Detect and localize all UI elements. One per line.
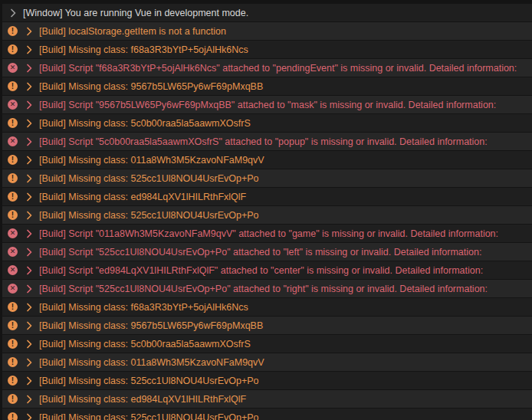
chevron-right-icon[interactable]	[26, 45, 32, 54]
warning-icon: !	[8, 412, 18, 420]
chevron-right-icon[interactable]	[26, 174, 32, 183]
console-log-row[interactable]: ✕ [Build] Script "011a8Wh3M5KzavoNFaM9qv…	[2, 225, 532, 242]
console-log-row[interactable]: ✕ [Build] Script "5c0b00raa5la5aawmXOsfr…	[2, 133, 532, 150]
console-log-row[interactable]: ! [Build] Missing class: 525cc1Ul8NOU4Us…	[2, 409, 532, 420]
error-icon: ✕	[8, 136, 18, 146]
console-log-row[interactable]: ✕ [Build] Script "9567b5LW65Py6wF69pMxqB…	[2, 96, 532, 113]
warning-icon: !	[8, 210, 18, 220]
warning-icon: !	[8, 118, 18, 128]
log-message: [Build] Missing class: 525cc1Ul8NOU4UsrE…	[39, 376, 259, 386]
warning-icon: !	[8, 155, 18, 165]
chevron-right-icon[interactable]	[26, 284, 32, 294]
chevron-right-icon[interactable]	[26, 340, 32, 349]
chevron-right-icon[interactable]	[26, 376, 32, 386]
warning-icon: !	[8, 173, 18, 183]
console-log-row[interactable]: ✕ [Build] Script "f68a3R3bYtP+5ojAlHk6Nc…	[2, 59, 532, 77]
log-message: [Build] Missing class: 5c0b00raa5la5aawm…	[39, 339, 251, 349]
error-icon: ✕	[8, 265, 18, 275]
warning-icon: !	[8, 81, 18, 91]
console-log-row[interactable]: ! [Build] Missing class: ed984LqXV1lHILR…	[2, 390, 532, 408]
console-log-panel[interactable]: [Window] You are running Vue in developm…	[0, 0, 532, 420]
log-message: [Build] Missing class: 011a8Wh3M5KzavoNF…	[39, 155, 264, 166]
chevron-right-icon[interactable]	[26, 156, 32, 165]
console-log-row[interactable]: ! [Build] Missing class: 525cc1Ul8NOU4Us…	[2, 169, 532, 187]
chevron-right-icon[interactable]	[26, 303, 32, 312]
log-message: [Build] Missing class: 9567b5LW65Py6wF69…	[39, 320, 263, 331]
log-message: [Build] Missing class: ed984LqXV1lHILRth…	[39, 394, 246, 405]
chevron-right-icon[interactable]	[26, 229, 32, 238]
chevron-right-icon[interactable]	[26, 100, 32, 110]
warning-icon: !	[8, 26, 18, 36]
chevron-right-icon[interactable]	[26, 395, 32, 404]
log-message: [Window] You are running Vue in developm…	[23, 8, 248, 18]
log-message: [Build] Script "5c0b00raa5la5aawmXOsfrS"…	[39, 136, 488, 147]
chevron-right-icon[interactable]	[26, 119, 32, 128]
log-message: [Build] Missing class: f68a3R3bYtP+5ojAl…	[39, 302, 248, 313]
chevron-right-icon[interactable]	[26, 413, 32, 420]
error-icon: ✕	[8, 247, 18, 257]
console-log-row[interactable]: ✕ [Build] Script "525cc1Ul8NOU4UsrEvOp+P…	[2, 280, 532, 297]
warning-icon: !	[8, 44, 18, 54]
chevron-right-icon[interactable]	[26, 27, 32, 36]
log-message: [Build] Missing class: 525cc1Ul8NOU4UsrE…	[39, 173, 259, 184]
console-log-row[interactable]: ! [Build] Missing class: f68a3R3bYtP+5oj…	[2, 298, 532, 316]
log-message: [Build] localStorage.getItem is not a fu…	[39, 26, 226, 37]
console-log-row[interactable]: ✕ [Build] Script "ed984LqXV1lHILRthFxlQl…	[2, 261, 532, 279]
console-log-row[interactable]: ! [Build] Missing class: 9567b5LW65Py6wF…	[2, 317, 532, 334]
error-icon: ✕	[8, 228, 18, 238]
chevron-right-icon[interactable]	[26, 358, 32, 367]
console-log-row[interactable]: ! [Build] Missing class: ed984LqXV1lHILR…	[2, 188, 532, 205]
chevron-right-icon[interactable]	[26, 192, 32, 202]
console-log-row[interactable]: ! [Build] Missing class: f68a3R3bYtP+5oj…	[2, 41, 532, 58]
warning-icon: !	[8, 339, 18, 349]
console-log-row[interactable]: ! [Build] Missing class: 525cc1Ul8NOU4Us…	[2, 206, 532, 224]
warning-icon: !	[8, 320, 18, 330]
console-log-row[interactable]: ✕ [Build] Script "525cc1Ul8NOU4UsrEvOp+P…	[2, 243, 532, 261]
log-message: [Build] Missing class: 5c0b00raa5la5aawm…	[39, 118, 251, 129]
error-icon: ✕	[8, 100, 18, 110]
chevron-right-icon[interactable]	[26, 211, 32, 220]
console-log-row[interactable]: ! [Build] localStorage.getItem is not a …	[2, 22, 532, 40]
console-log-row[interactable]: ! [Build] Missing class: 5c0b00raa5la5aa…	[2, 114, 532, 132]
error-icon: ✕	[8, 284, 18, 294]
log-message: [Build] Missing class: ed984LqXV1lHILRth…	[39, 192, 246, 202]
log-message: [Build] Missing class: 9567b5LW65Py6wF69…	[39, 81, 263, 92]
chevron-right-icon[interactable]	[26, 137, 32, 146]
console-log-row[interactable]: ! [Build] Missing class: 525cc1Ul8NOU4Us…	[2, 372, 532, 389]
chevron-right-icon[interactable]	[26, 82, 32, 91]
log-message: [Build] Missing class: 011a8Wh3M5KzavoNF…	[39, 357, 264, 368]
log-message: [Build] Script "ed984LqXV1lHILRthFxlQlF"…	[39, 265, 483, 276]
chevron-right-icon[interactable]	[26, 248, 32, 257]
log-message: [Build] Script "f68a3R3bYtP+5ojAlHk6Ncs"…	[39, 63, 517, 74]
chevron-right-icon[interactable]	[10, 8, 16, 18]
log-message: [Build] Script "525cc1Ul8NOU4UsrEvOp+Po"…	[39, 284, 488, 294]
warning-icon: !	[8, 302, 18, 312]
chevron-right-icon[interactable]	[26, 266, 32, 275]
error-icon: ✕	[8, 63, 18, 73]
console-log-row[interactable]: [Window] You are running Vue in developm…	[2, 4, 532, 21]
warning-icon: !	[8, 376, 18, 386]
warning-icon: !	[8, 394, 18, 404]
console-log-row[interactable]: ! [Build] Missing class: 011a8Wh3M5Kzavo…	[2, 353, 532, 371]
log-message: [Build] Script "525cc1Ul8NOU4UsrEvOp+Po"…	[39, 247, 481, 258]
chevron-right-icon[interactable]	[26, 64, 32, 73]
console-log-row[interactable]: ! [Build] Missing class: 011a8Wh3M5Kzavo…	[2, 151, 532, 169]
warning-icon: !	[8, 357, 18, 367]
warning-icon: !	[8, 192, 18, 202]
log-message: [Build] Missing class: 525cc1Ul8NOU4UsrE…	[39, 412, 259, 420]
log-message: [Build] Missing class: f68a3R3bYtP+5ojAl…	[39, 44, 248, 55]
log-message: [Build] Script "011a8Wh3M5KzavoNFaM9qvV"…	[39, 228, 498, 239]
log-message: [Build] Missing class: 525cc1Ul8NOU4UsrE…	[39, 210, 259, 221]
console-log-row[interactable]: ! [Build] Missing class: 5c0b00raa5la5aa…	[2, 335, 532, 353]
log-message: [Build] Script "9567b5LW65Py6wF69pMxqBB"…	[39, 100, 496, 110]
chevron-right-icon[interactable]	[26, 321, 32, 330]
console-log-row[interactable]: ! [Build] Missing class: 9567b5LW65Py6wF…	[2, 77, 532, 95]
